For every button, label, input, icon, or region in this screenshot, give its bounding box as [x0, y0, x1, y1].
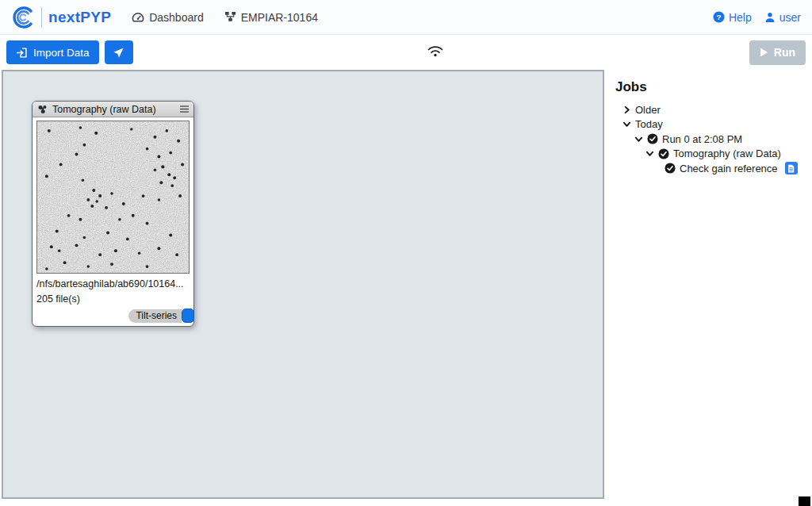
log-file-badge[interactable]: [785, 162, 798, 174]
import-data-label: Import Data: [33, 47, 90, 59]
user-person-icon: [764, 12, 776, 23]
chevron-down-icon[interactable]: [645, 149, 654, 158]
tilt-series-badge: Tilt-series: [128, 309, 182, 323]
help-label: Help: [729, 11, 752, 24]
jobs-today-label: Today: [635, 118, 663, 130]
brand-name: nextPYP: [48, 9, 111, 26]
dashboard-gauge-icon: [132, 11, 144, 24]
nav-dashboard[interactable]: Dashboard: [132, 11, 204, 24]
jobs-run0-label: Run 0 at 2:08 PM: [662, 133, 742, 145]
file-import-icon: [16, 47, 28, 59]
send-plane-icon: [113, 47, 124, 59]
tilt-series-label: Tilt-series: [136, 310, 177, 321]
block-file-count: 205 file(s): [36, 293, 190, 305]
tilt-series-toggle[interactable]: [182, 309, 194, 323]
jobs-tomography-label: Tomography (raw Data): [673, 148, 781, 159]
run-label: Run: [774, 46, 795, 59]
user-label: user: [779, 11, 801, 24]
chevron-down-icon[interactable]: [622, 120, 631, 128]
jobs-tree-today[interactable]: Today: [615, 117, 812, 132]
brand-divider: [41, 7, 42, 28]
jobs-tree-check-gain[interactable]: Check gain reference: [615, 161, 812, 176]
corner-artifact: [799, 496, 810, 506]
user-menu[interactable]: user: [764, 11, 801, 24]
tilt-series-toggle-row: Tilt-series: [36, 309, 194, 323]
block-card-title: Tomography (raw Data): [52, 104, 175, 115]
navigate-button[interactable]: [105, 40, 133, 64]
nav-dashboard-label: Dashboard: [149, 11, 204, 24]
block-card-header[interactable]: Tomography (raw Data): [33, 102, 193, 117]
brand[interactable]: nextPYP: [11, 6, 111, 29]
chevron-down-icon[interactable]: [634, 135, 643, 144]
jobs-check-gain-label: Check gain reference: [680, 163, 778, 174]
nextpyp-logo-icon: [11, 6, 35, 29]
chevron-right-icon[interactable]: [622, 105, 631, 114]
toolbar: Import Data Run: [0, 35, 812, 70]
run-button[interactable]: Run: [749, 40, 806, 65]
check-circle-icon: [665, 163, 676, 174]
help-question-icon: ?: [713, 11, 725, 23]
project-diagram-icon: [224, 11, 236, 23]
check-circle-icon: [647, 133, 658, 144]
jobs-tree-older[interactable]: Older: [615, 102, 812, 117]
jobs-panel-title: Jobs: [615, 79, 812, 95]
svg-text:?: ?: [716, 13, 721, 21]
block-card-body: /nfs/bartesaghilab/ab690/10164... 205 fi…: [33, 117, 193, 326]
jobs-panel: Jobs Older Today: [604, 70, 812, 506]
play-icon: [760, 48, 768, 57]
jobs-tree-run0[interactable]: Run 0 at 2:08 PM: [615, 132, 812, 147]
project-canvas[interactable]: Tomography (raw Data): [2, 70, 604, 499]
micrograph-preview: [36, 121, 190, 274]
tomography-block-card[interactable]: Tomography (raw Data): [32, 101, 194, 327]
block-data-path: /nfs/bartesaghilab/ab690/10164...: [36, 278, 190, 289]
jobs-older-label: Older: [635, 104, 661, 116]
import-data-button[interactable]: Import Data: [6, 40, 99, 64]
cluster-icon: [37, 104, 48, 114]
top-navbar: nextPYP Dashboard: [0, 0, 812, 35]
nav-project-label: EMPIAR-10164: [241, 11, 318, 24]
check-circle-icon: [658, 148, 669, 159]
jobs-tree-tomography[interactable]: Tomography (raw Data): [615, 147, 812, 162]
connection-wifi-icon: [427, 44, 444, 61]
block-menu-icon[interactable]: [180, 105, 189, 113]
nav-project[interactable]: EMPIAR-10164: [224, 11, 318, 24]
help-link[interactable]: ? Help: [713, 11, 752, 24]
